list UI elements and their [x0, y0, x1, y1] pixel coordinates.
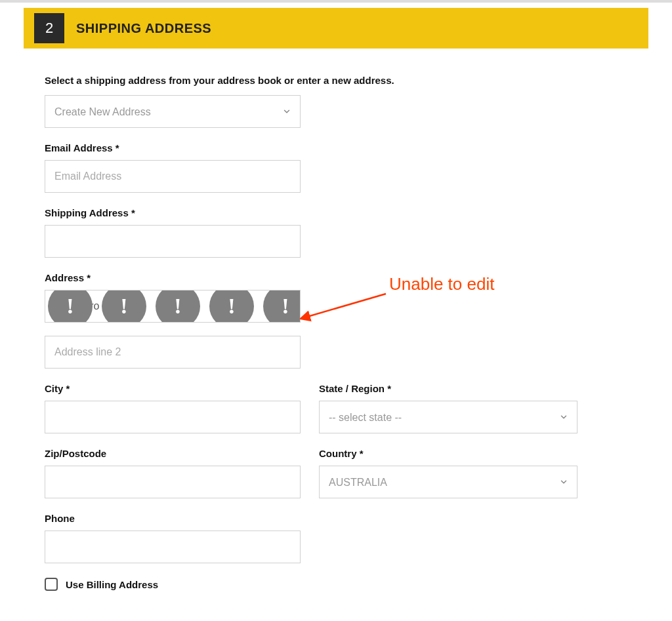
use-billing-row: Use Billing Address — [45, 578, 627, 591]
address-book-group: Create New Address — [45, 95, 627, 128]
warning-bubble-icon: ! — [263, 290, 301, 323]
warning-bubble-icon: ! — [209, 290, 254, 323]
zip-label: Zip/Postcode — [45, 448, 301, 459]
phone-group: Phone — [45, 513, 627, 563]
use-billing-label: Use Billing Address — [66, 579, 158, 590]
state-label: State / Region * — [319, 383, 578, 394]
warning-bubbles: ! ! ! ! ! ! — [48, 290, 301, 323]
warning-bubble-icon: ! — [156, 290, 200, 323]
shipping-address-label: Shipping Address * — [45, 207, 627, 218]
email-label: Email Address * — [45, 142, 627, 153]
email-field[interactable] — [45, 160, 301, 193]
zip-group: Zip/Postcode — [45, 448, 301, 498]
shipping-address-group: Shipping Address * — [45, 207, 627, 258]
country-label: Country * — [319, 448, 578, 459]
address-book-select[interactable]: Create New Address — [45, 95, 301, 128]
address-line1-field[interactable]: Se ng yro ! ! ! ! ! ! — [45, 290, 301, 323]
warning-bubble-icon: ! — [102, 290, 146, 323]
section-title: SHIPPING ADDRESS — [76, 21, 211, 36]
state-select[interactable]: -- select state -- — [319, 401, 578, 433]
shipping-form: Select a shipping address from your addr… — [0, 49, 672, 611]
phone-field[interactable] — [45, 531, 301, 563]
address-line2-field[interactable] — [45, 336, 301, 369]
email-group: Email Address * — [45, 142, 627, 193]
annotation-text: Unable to edit — [389, 274, 494, 294]
city-field[interactable] — [45, 401, 301, 433]
use-billing-checkbox[interactable] — [45, 578, 58, 591]
shipping-address-field[interactable] — [45, 225, 301, 258]
top-divider — [0, 0, 672, 3]
address-group: Address * Se ng yro ! ! ! ! ! ! — [45, 272, 627, 369]
state-group: State / Region * -- select state -- — [319, 383, 578, 433]
phone-label: Phone — [45, 513, 627, 524]
section-header: 2 SHIPPING ADDRESS — [24, 8, 648, 49]
form-instruction: Select a shipping address from your addr… — [45, 75, 627, 86]
city-label: City * — [45, 383, 301, 394]
step-number-badge: 2 — [34, 13, 64, 43]
address-label: Address * — [45, 272, 627, 283]
country-select[interactable]: AUSTRALIA — [319, 466, 578, 498]
city-group: City * — [45, 383, 301, 433]
country-group: Country * AUSTRALIA — [319, 448, 578, 498]
zip-field[interactable] — [45, 466, 301, 498]
warning-bubble-icon: ! — [48, 290, 93, 323]
